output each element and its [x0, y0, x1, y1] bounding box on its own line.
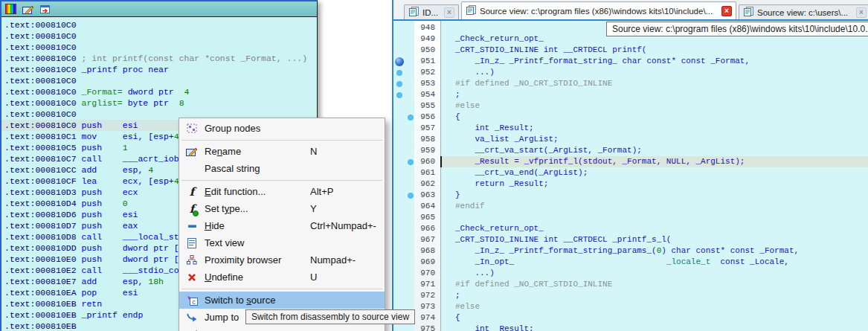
source-gutter[interactable]: 957 — [393, 123, 440, 134]
source-gutter[interactable]: 953 — [393, 78, 440, 89]
source-line[interactable]: 964#endif — [393, 201, 868, 212]
marker-dot-icon[interactable] — [396, 81, 402, 87]
source-line[interactable]: 951 _In_z_ _Printf_format_string_ char c… — [393, 56, 868, 67]
tab-1[interactable]: Source view: c:\program files (x86)\wind… — [461, 1, 736, 19]
source-line[interactable]: 967_CRT_STDIO_INLINE int __CRTDECL _prin… — [393, 234, 868, 245]
source-line[interactable]: 961 __crt_va_end(_ArgList); — [393, 167, 868, 179]
source-line[interactable]: 955#else — [393, 100, 868, 112]
source-gutter[interactable]: 951 — [393, 56, 440, 67]
source-line[interactable]: 966_Check_return_opt_ — [393, 223, 868, 234]
code-segment: #else — [455, 302, 480, 311]
tab-close-icon[interactable]: × — [856, 7, 867, 18]
svg-text:c: c — [192, 298, 196, 305]
disasm-line[interactable]: .text:000810C0 — [4, 30, 317, 42]
source-gutter[interactable]: 948 — [393, 22, 440, 33]
tab-bar: ID...×Source view: c:\program files (x86… — [393, 0, 868, 19]
source-line[interactable]: 968 _In_z_ _Printf_format_string_params_… — [393, 245, 868, 257]
disasm-address: .text:000810D8 — [4, 232, 77, 242]
source-line[interactable]: 954; — [393, 89, 868, 100]
source-line[interactable]: 953#if defined _NO_CRT_STDIO_INLINE — [393, 78, 868, 89]
marker-dot-icon[interactable] — [408, 115, 414, 120]
disasm-line[interactable]: .text:000810C0 — [4, 75, 317, 86]
source-gutter[interactable]: 959 — [393, 145, 440, 156]
source-gutter[interactable]: 963 — [393, 190, 440, 201]
source-gutter[interactable]: 967 — [393, 234, 440, 245]
source-line[interactable]: 956{ — [393, 112, 868, 123]
menu-item-proximity-browser[interactable]: Proximity browserNumpad+- — [179, 251, 385, 269]
tab-close-icon[interactable]: × — [444, 7, 454, 18]
menu-item-text-view[interactable]: Text view — [179, 234, 385, 251]
marker-dot-icon[interactable] — [408, 193, 414, 199]
source-line[interactable]: 972; — [393, 290, 868, 301]
source-gutter[interactable]: 968 — [393, 245, 440, 257]
source-line[interactable]: 971#if defined _NO_CRT_STDIO_INLINE — [393, 279, 868, 290]
disasm-line[interactable]: .text:000810C0 — [4, 42, 317, 53]
disasm-address: .text:000810EB — [4, 299, 77, 309]
marker-dot-icon[interactable] — [396, 70, 402, 76]
line-number: 959 — [420, 145, 435, 156]
menu-item-set-type[interactable]: fSet type...Y — [179, 200, 385, 217]
source-gutter[interactable]: 972 — [393, 290, 440, 301]
source-line[interactable]: 974{ — [393, 312, 868, 324]
source-line[interactable]: 973#else — [393, 301, 868, 312]
source-gutter[interactable]: 971 — [393, 279, 440, 290]
menu-item-set-ip[interactable]: Set IPCtrl+N — [179, 326, 385, 331]
source-gutter[interactable]: 954 — [393, 89, 440, 100]
rename-icon[interactable] — [22, 4, 34, 15]
source-line[interactable]: 957 int _Result; — [393, 123, 868, 134]
jump-icon[interactable] — [39, 4, 51, 15]
disasm-line[interactable]: .text:000810C0 _Format= dword ptr 4 — [4, 86, 317, 97]
source-gutter[interactable]: 955 — [393, 100, 440, 112]
disasm-line[interactable]: .text:000810C0 arglist= byte ptr 8 — [4, 97, 317, 109]
disasm-line[interactable]: .text:000810C0 — [4, 19, 317, 30]
menu-item-label: Proximity browser — [205, 254, 310, 266]
menu-item-edit-function[interactable]: fEdit function...Alt+P — [179, 183, 385, 200]
source-line[interactable]: 952 ...) — [393, 67, 868, 78]
disasm-address: .text:000810C0 — [4, 76, 77, 86]
menu-item-pascal-string[interactable]: Pascal string — [179, 160, 385, 177]
menu-item-switch-to-source[interactable]: cSwitch to source — [179, 292, 385, 309]
menu-item-group-nodes[interactable]: Group nodes — [179, 120, 385, 137]
source-gutter[interactable]: 969 — [393, 257, 440, 268]
source-line[interactable]: 958 va_list _ArgList; — [393, 134, 868, 145]
source-code-area[interactable]: 948949_Check_return_opt_950_CRT_STDIO_IN… — [393, 19, 868, 331]
source-gutter[interactable]: 952 — [393, 67, 440, 78]
source-line[interactable]: 965 — [393, 212, 868, 223]
marker-dot-icon[interactable] — [408, 159, 414, 165]
source-gutter[interactable]: 949 — [393, 33, 440, 45]
code-segment: #endif — [455, 202, 485, 211]
source-line[interactable]: 975 int _Result; — [393, 324, 868, 331]
source-gutter[interactable]: 966 — [393, 223, 440, 234]
source-gutter[interactable]: 975 — [393, 324, 440, 331]
tab-close-icon[interactable]: × — [721, 6, 732, 16]
source-gutter[interactable]: 970 — [393, 268, 440, 279]
source-line[interactable]: 959 __crt_va_start(_ArgList, _Format); — [393, 145, 868, 156]
source-gutter[interactable]: 962 — [393, 179, 440, 190]
source-gutter[interactable]: 961 — [393, 167, 440, 179]
source-line[interactable]: 969 _In_opt_ _locale_t const _Locale, — [393, 257, 868, 268]
source-gutter[interactable]: 950 — [393, 45, 440, 56]
tab-2[interactable]: Source view: c:\users\...× — [739, 4, 868, 19]
source-gutter[interactable]: 960 — [393, 156, 440, 167]
menu-item-rename[interactable]: RenameN — [179, 143, 385, 160]
menu-item-undefine[interactable]: UndefineU — [179, 269, 385, 286]
source-gutter[interactable]: 958 — [393, 134, 440, 145]
source-gutter[interactable]: 964 — [393, 201, 440, 212]
colors-icon[interactable] — [4, 4, 17, 15]
source-line[interactable]: 970 ...) — [393, 268, 868, 279]
source-line[interactable]: 962 return _Result; — [393, 179, 868, 190]
disasm-line[interactable]: .text:000810C0 ; int printf(const char *… — [4, 53, 317, 64]
disassembly-window-titlebar[interactable] — [1, 1, 317, 17]
source-line[interactable]: 960 _Result = _vfprintf_l(stdout, _Forma… — [393, 156, 868, 167]
menu-item-hide[interactable]: HideCtrl+Numpad+- — [179, 217, 385, 234]
breakpoint-sphere-icon[interactable] — [395, 57, 404, 66]
source-gutter[interactable]: 956 — [393, 112, 440, 123]
marker-dot-icon[interactable] — [396, 92, 402, 98]
source-line[interactable]: 950_CRT_STDIO_INLINE int __CRTDECL print… — [393, 45, 868, 56]
source-gutter[interactable]: 965 — [393, 212, 440, 223]
line-number: 954 — [420, 89, 435, 100]
disasm-line[interactable]: .text:000810C0 _printf proc near — [4, 64, 317, 75]
source-line[interactable]: 963} — [393, 190, 868, 201]
tab-0[interactable]: ID...× — [404, 4, 459, 19]
disasm-segment: mov esi, [esp+ — [77, 132, 174, 141]
